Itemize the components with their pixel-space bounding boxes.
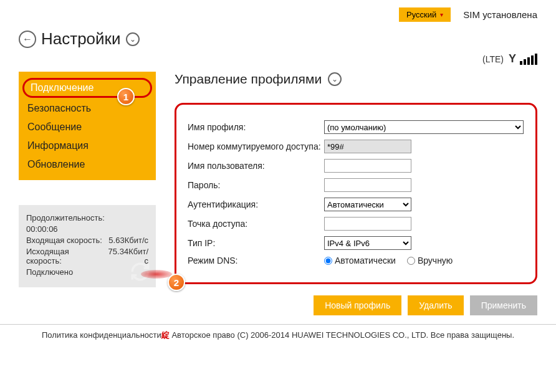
dns-auto-radio[interactable] xyxy=(324,257,332,265)
network-status: (LTE) Y xyxy=(19,52,537,65)
title-row: ← Настройки ⌄ xyxy=(19,29,537,49)
new-profile-button[interactable]: Новый профиль xyxy=(314,295,401,315)
page-title: Настройки xyxy=(41,29,121,49)
huawei-logo-icon: 綻 xyxy=(161,330,170,340)
dial-number-label: Номер коммутируемого доступа: xyxy=(188,141,322,151)
main-content: Управление профилями ⌄ Имя профиля: (по … xyxy=(175,72,537,324)
stats-panel: Продолжительность: 00:00:06 Входящая ско… xyxy=(19,205,156,287)
profile-form: Имя профиля: (по умолчанию) Номер коммут… xyxy=(175,103,537,284)
auth-label: Аутентификация: xyxy=(188,199,322,209)
sidebar-item-messages[interactable]: Сообщение xyxy=(19,118,156,136)
dns-auto-option[interactable]: Автоматически xyxy=(324,256,396,265)
section-title: Управление профилями xyxy=(175,72,322,87)
signal-icon: Y xyxy=(509,52,516,65)
back-button[interactable]: ← xyxy=(19,31,36,48)
delete-button[interactable]: Удалить xyxy=(408,295,463,315)
ip-type-select[interactable]: IPv4 & IPv6 xyxy=(324,236,411,250)
password-input[interactable] xyxy=(324,178,411,192)
profile-name-label: Имя профиля: xyxy=(188,122,322,132)
topbar: Русский ▾ SIM установлена xyxy=(19,7,537,22)
language-label: Русский xyxy=(406,10,436,19)
profile-name-select[interactable]: (по умолчанию) xyxy=(324,120,524,134)
in-speed-value: 5.63Кбит/с xyxy=(108,236,148,245)
sim-status: SIM установлена xyxy=(463,9,537,20)
apn-input[interactable] xyxy=(324,217,411,231)
annotation-badge-1: 1 xyxy=(117,88,135,105)
footer: Политика конфиденциальности綻 Авторское п… xyxy=(0,324,556,350)
password-label: Пароль: xyxy=(188,180,322,190)
ip-type-label: Тип IP: xyxy=(188,238,322,248)
dns-mode-label: Режим DNS: xyxy=(188,256,322,265)
privacy-link[interactable]: Политика конфиденциальности xyxy=(42,330,161,340)
annotation-mark xyxy=(141,270,172,279)
dial-number-input[interactable] xyxy=(324,140,411,153)
duration-value: 00:00:06 xyxy=(26,224,58,234)
in-speed-label: Входящая скорость: xyxy=(26,236,102,245)
language-selector[interactable]: Русский ▾ xyxy=(399,7,451,22)
title-dropdown-icon[interactable]: ⌄ xyxy=(126,32,140,46)
network-mode: (LTE) xyxy=(482,54,504,64)
signal-bars-icon xyxy=(520,54,537,65)
sidebar-item-security[interactable]: Безопасность xyxy=(19,99,156,118)
nav: Подключение Безопасность Сообщение Инфор… xyxy=(19,72,156,180)
chevron-down-icon: ▾ xyxy=(440,11,443,18)
out-speed-label: Исходящая скорость: xyxy=(26,247,105,265)
username-label: Имя пользователя: xyxy=(188,161,322,171)
copyright-text: Авторское право (C) 2006-2014 HUAWEI TEC… xyxy=(170,330,514,340)
auth-select[interactable]: Автоматически xyxy=(324,198,411,211)
button-row: Новый профиль Удалить Применить xyxy=(175,295,537,315)
annotation-badge-2: 2 xyxy=(168,274,185,291)
apn-label: Точка доступа: xyxy=(188,219,322,229)
sidebar-item-info[interactable]: Информация xyxy=(19,136,156,155)
section-dropdown-icon[interactable]: ⌄ xyxy=(328,72,342,86)
dns-manual-radio[interactable] xyxy=(407,257,415,265)
conn-status: Подключено xyxy=(26,267,73,277)
sidebar-item-update[interactable]: Обновление xyxy=(19,155,156,174)
duration-label: Продолжительность: xyxy=(26,213,105,222)
apply-button[interactable]: Применить xyxy=(470,295,537,315)
username-input[interactable] xyxy=(324,159,411,173)
dns-manual-option[interactable]: Вручную xyxy=(407,256,453,265)
sidebar: Подключение Безопасность Сообщение Инфор… xyxy=(19,72,156,324)
